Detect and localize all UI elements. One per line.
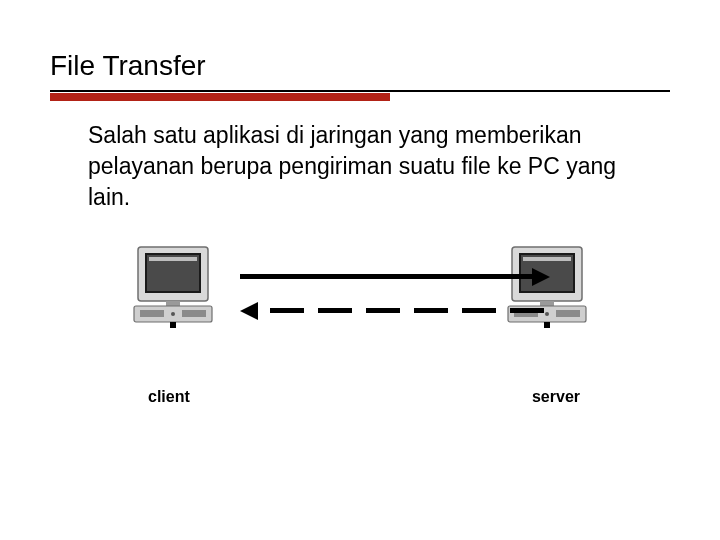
svg-point-8: [171, 312, 175, 316]
arrows-group: [240, 268, 550, 328]
label-client: client: [148, 388, 190, 406]
label-server: server: [532, 388, 580, 406]
slide-title: File Transfer: [50, 50, 670, 82]
svg-rect-13: [523, 257, 571, 261]
computer-client-icon: [130, 243, 216, 337]
svg-rect-6: [140, 310, 164, 317]
slide: File Transfer Salah satu aplikasi di jar…: [0, 0, 720, 540]
svg-rect-7: [182, 310, 206, 317]
dash-segment-icon: [270, 308, 304, 313]
diagram: client server: [50, 243, 670, 393]
rule-thick: [50, 93, 390, 101]
svg-rect-3: [149, 257, 197, 261]
dash-segment-icon: [318, 308, 352, 313]
dash-segment-icon: [414, 308, 448, 313]
svg-rect-9: [170, 322, 176, 328]
rule-thin: [50, 90, 670, 92]
dash-segment-icon: [366, 308, 400, 313]
arrowhead-left-icon: [240, 302, 258, 320]
dash-segment-icon: [510, 308, 544, 313]
dash-segment-icon: [462, 308, 496, 313]
title-rules: [50, 90, 670, 102]
arrow-left-dashed: [240, 302, 550, 320]
svg-rect-17: [556, 310, 580, 317]
arrow-right-solid: [240, 268, 550, 286]
arrow-line-icon: [240, 274, 532, 279]
slide-body-text: Salah satu aplikasi di jaringan yang mem…: [88, 120, 648, 213]
arrowhead-right-icon: [532, 268, 550, 286]
